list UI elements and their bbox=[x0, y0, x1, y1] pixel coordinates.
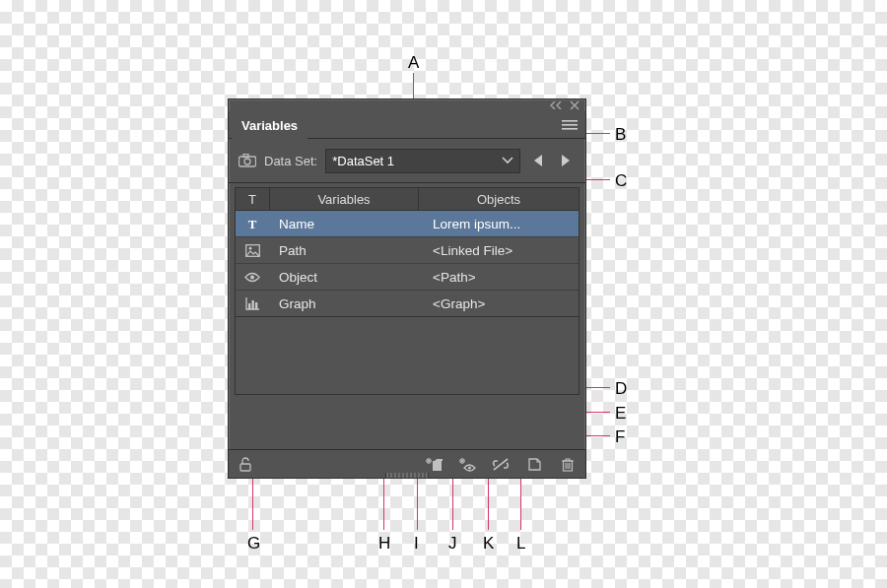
dataset-dropdown[interactable]: *DataSet 1 bbox=[325, 149, 520, 173]
callout-i: I bbox=[414, 534, 419, 554]
svg-rect-4 bbox=[243, 155, 248, 158]
col-header-variables[interactable]: Variables bbox=[270, 188, 419, 210]
close-icon[interactable] bbox=[570, 96, 580, 115]
row-object-name: <Graph> bbox=[427, 296, 579, 311]
row-variable-name: Path bbox=[269, 243, 427, 258]
row-variable-name: Graph bbox=[269, 296, 427, 311]
collapse-icon[interactable] bbox=[550, 96, 562, 115]
lock-toggle[interactable] bbox=[237, 454, 256, 474]
unbind-variable-button[interactable] bbox=[491, 454, 511, 474]
tab-variables[interactable]: Variables bbox=[232, 112, 307, 139]
svg-point-17 bbox=[468, 466, 471, 469]
callout-j: J bbox=[448, 534, 457, 554]
svg-point-5 bbox=[244, 159, 250, 164]
col-header-objects[interactable]: Objects bbox=[419, 188, 579, 210]
row-type-icon bbox=[236, 297, 269, 310]
row-type-icon bbox=[236, 272, 269, 283]
unlink-icon bbox=[492, 457, 510, 472]
unlock-icon bbox=[239, 457, 253, 472]
svg-rect-13 bbox=[240, 464, 250, 471]
dataset-label: Data Set: bbox=[264, 154, 317, 168]
row-variable-name: Name bbox=[269, 217, 427, 231]
trash-icon bbox=[561, 457, 575, 472]
callout-g: G bbox=[247, 534, 260, 554]
table-row[interactable]: Object<Path> bbox=[236, 264, 579, 291]
svg-rect-12 bbox=[255, 302, 257, 309]
svg-point-8 bbox=[248, 246, 251, 249]
callout-l: L bbox=[516, 534, 525, 554]
capture-dataset-button[interactable] bbox=[239, 154, 256, 167]
table-row[interactable]: Path<Linked File> bbox=[236, 237, 579, 264]
row-object-name: <Path> bbox=[427, 270, 579, 285]
callout-d: D bbox=[615, 379, 627, 399]
table-row[interactable]: Graph<Graph> bbox=[236, 291, 579, 316]
tab-label: Variables bbox=[241, 118, 298, 133]
panel-menu-button[interactable] bbox=[554, 111, 585, 138]
camera-icon bbox=[239, 154, 256, 167]
callout-f: F bbox=[615, 427, 625, 447]
table-empty-area bbox=[235, 317, 580, 395]
svg-rect-1 bbox=[562, 124, 578, 126]
previous-dataset-button[interactable] bbox=[528, 155, 548, 166]
resize-grip[interactable] bbox=[385, 473, 429, 479]
svg-rect-11 bbox=[251, 300, 253, 309]
svg-rect-0 bbox=[562, 120, 578, 122]
variables-panel: Variables Data Set: *DataSet 1 bbox=[228, 98, 586, 479]
callout-h: H bbox=[378, 534, 390, 554]
svg-point-9 bbox=[250, 275, 254, 279]
row-object-name: <Linked File> bbox=[427, 243, 579, 258]
callout-a: A bbox=[408, 53, 419, 73]
callout-k: K bbox=[483, 534, 494, 554]
hamburger-icon bbox=[562, 119, 578, 131]
svg-rect-15 bbox=[433, 461, 442, 471]
table-row[interactable]: TNameLorem ipsum... bbox=[236, 211, 579, 237]
svg-rect-10 bbox=[248, 303, 250, 309]
new-variable-button[interactable] bbox=[524, 454, 544, 474]
row-object-name: Lorem ipsum... bbox=[427, 217, 579, 231]
triangle-left-icon bbox=[533, 155, 543, 166]
triangle-right-icon bbox=[561, 155, 571, 166]
row-type-icon: T bbox=[236, 217, 269, 230]
new-page-icon bbox=[527, 457, 542, 472]
make-visibility-dynamic-button[interactable] bbox=[457, 454, 477, 474]
chevron-down-icon bbox=[502, 157, 513, 164]
row-variable-name: Object bbox=[269, 270, 427, 285]
dataset-value: *DataSet 1 bbox=[332, 154, 394, 168]
callout-b: B bbox=[615, 125, 626, 145]
next-dataset-button[interactable] bbox=[556, 155, 576, 166]
callout-c: C bbox=[615, 171, 627, 191]
svg-rect-2 bbox=[562, 128, 578, 130]
col-header-type[interactable]: T bbox=[236, 188, 270, 210]
delete-variable-button[interactable] bbox=[558, 454, 578, 474]
svg-text:T: T bbox=[248, 217, 257, 230]
visibility-dynamic-icon bbox=[458, 457, 476, 472]
text-dynamic-icon bbox=[425, 457, 443, 472]
make-text-dynamic-button[interactable] bbox=[424, 454, 444, 474]
row-type-icon bbox=[236, 244, 269, 257]
variables-table: T Variables Objects TNameLorem ipsum...P… bbox=[229, 183, 585, 395]
callout-e: E bbox=[615, 404, 626, 424]
